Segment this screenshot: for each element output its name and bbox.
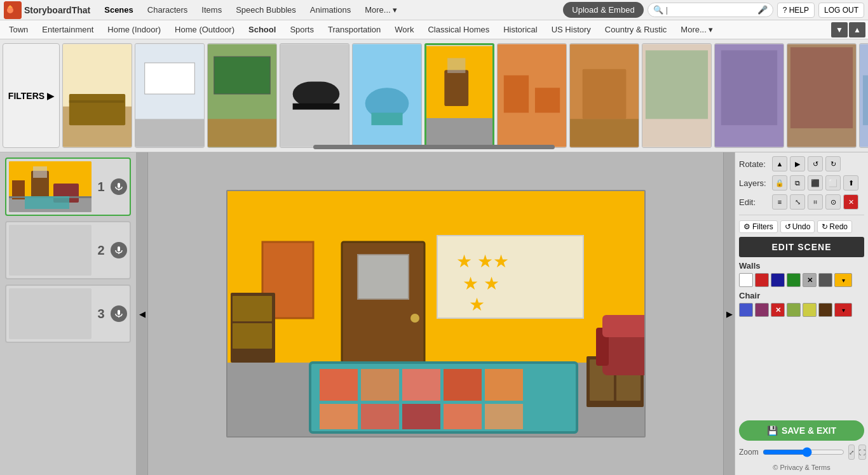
chair-color-dropdown[interactable]: ▾ <box>834 303 852 317</box>
svg-rect-25 <box>535 88 560 112</box>
scene-item-2[interactable]: 2 <box>5 221 131 279</box>
scene-thumb-6[interactable] <box>424 43 494 148</box>
svg-rect-34 <box>790 47 853 128</box>
zoom-fit-icon[interactable]: ⤢ <box>848 445 855 460</box>
walls-color-section: Walls ✕ ▾ <box>739 261 864 287</box>
filters-button[interactable]: FILTERS ▶ <box>3 43 60 148</box>
wall-color-dropdown[interactable]: ▾ <box>834 273 852 287</box>
nav-tab-animations[interactable]: Animations <box>304 3 357 17</box>
mic-icon[interactable]: 🎤 <box>757 5 768 15</box>
svg-rect-27 <box>583 69 627 119</box>
edit-text-btn[interactable]: ≡ <box>772 194 787 210</box>
svg-rect-36 <box>863 76 868 126</box>
cat-classical[interactable]: Classical Homes <box>421 22 496 37</box>
chair-color-blue[interactable] <box>739 303 753 317</box>
rotate-flip-h-btn[interactable]: ▶ <box>790 156 805 171</box>
svg-rect-44 <box>25 196 69 209</box>
wall-color-red[interactable] <box>755 273 769 287</box>
nav-tab-characters[interactable]: Characters <box>141 3 194 17</box>
edit-color-btn[interactable]: ⊙ <box>825 194 841 210</box>
layer-copy-btn[interactable]: ⧉ <box>790 175 805 191</box>
rotate-flip-v-btn[interactable]: ▲ <box>772 156 787 171</box>
edit-delete-btn[interactable]: ✕ <box>843 194 858 210</box>
chair-color-purple[interactable] <box>755 303 769 317</box>
redo-button[interactable]: ↻ Redo <box>817 220 852 233</box>
scene-thumb-3[interactable] <box>207 43 277 148</box>
filters-mini-label: Filters <box>752 222 773 231</box>
scene-thumb-5[interactable] <box>352 43 422 148</box>
scene-thumb-9[interactable] <box>642 43 712 148</box>
nav-tab-speech[interactable]: Speech Bubbles <box>229 3 302 17</box>
layer-front-btn[interactable]: ⬛ <box>808 175 823 191</box>
zoom-fullscreen-icon[interactable]: ⛶ <box>858 445 866 460</box>
help-button[interactable]: ? HELP <box>777 3 815 18</box>
save-exit-button[interactable]: 💾 SAVE & EXIT <box>739 420 864 441</box>
upload-embed-button[interactable]: Upload & Embed <box>563 2 643 18</box>
scene-thumb-8[interactable] <box>569 43 639 148</box>
layer-up-btn[interactable]: ⬆ <box>843 175 858 191</box>
cat-transportation[interactable]: Transportation <box>322 22 387 37</box>
nav-tab-scenes[interactable]: Scenes <box>98 3 140 17</box>
scene-item-3[interactable]: 3 <box>5 284 131 343</box>
mic-button-3[interactable] <box>111 305 127 322</box>
scene-thumb-12[interactable] <box>859 43 868 148</box>
mic-button-1[interactable] <box>111 178 127 195</box>
cat-us-history[interactable]: US History <box>545 22 597 37</box>
cat-sports[interactable]: Sports <box>283 22 320 37</box>
wall-color-x[interactable]: ✕ <box>803 273 817 287</box>
svg-text:★ ★: ★ ★ <box>463 274 499 293</box>
left-collapse-button[interactable]: ◀ <box>137 152 148 475</box>
wall-color-blue[interactable] <box>771 273 785 287</box>
nav-tab-more[interactable]: More... ▾ <box>358 3 403 17</box>
chair-color-brown[interactable] <box>818 303 832 317</box>
nav-tab-items[interactable]: Items <box>195 3 228 17</box>
cat-home-indoor[interactable]: Home (Indoor) <box>101 22 167 37</box>
cat-more[interactable]: More... ▾ <box>674 22 719 37</box>
scene-thumb-11[interactable] <box>787 43 857 148</box>
scene-thumb-4[interactable] <box>280 43 349 148</box>
cat-town[interactable]: Town <box>3 22 34 37</box>
cat-historical[interactable]: Historical <box>497 22 543 37</box>
svg-rect-15 <box>293 104 340 110</box>
mic-button-2[interactable] <box>111 242 127 258</box>
scene-thumb-1[interactable] <box>62 43 132 148</box>
chair-color-yellow[interactable] <box>803 303 817 317</box>
edit-resize-btn[interactable]: ⤡ <box>790 194 805 210</box>
cat-school[interactable]: School <box>242 22 282 37</box>
wall-color-green[interactable] <box>787 273 801 287</box>
rotate-cw-btn[interactable]: ↻ <box>825 156 841 171</box>
scene-thumb-7[interactable] <box>497 43 567 148</box>
filters-label: FILTERS <box>8 91 44 101</box>
scene-thumb-2[interactable] <box>135 43 205 148</box>
layer-back-btn[interactable]: ⬜ <box>825 175 841 191</box>
right-collapse-button[interactable]: ▶ <box>723 152 735 475</box>
edit-crop-btn[interactable]: ⌗ <box>808 194 823 210</box>
svg-point-56 <box>410 314 419 323</box>
chair-color-red-x[interactable]: ✕ <box>771 303 785 317</box>
rotate-ccw-btn[interactable]: ↺ <box>808 156 823 171</box>
search-box: 🔍 🎤 <box>648 3 773 17</box>
wall-color-white[interactable] <box>739 273 753 287</box>
edit-scene-button[interactable]: EDIT SCENE <box>739 237 864 257</box>
zoom-slider[interactable] <box>763 447 844 457</box>
svg-rect-22 <box>447 58 465 73</box>
cat-arrow-up[interactable]: ▲ <box>849 22 865 37</box>
scroll-indicator[interactable] <box>313 145 555 149</box>
cat-work[interactable]: Work <box>388 22 420 37</box>
search-input[interactable] <box>666 5 755 15</box>
chair-color-light-green[interactable] <box>787 303 801 317</box>
cat-country-rustic[interactable]: Country & Rustic <box>599 22 674 37</box>
svg-rect-75 <box>444 369 482 401</box>
scene-item-1[interactable]: 1 <box>5 157 131 216</box>
svg-rect-30 <box>646 50 708 119</box>
undo-button[interactable]: ↺ Undo <box>780 220 815 233</box>
wall-color-dark[interactable] <box>818 273 832 287</box>
cat-home-outdoor[interactable]: Home (Outdoor) <box>168 22 241 37</box>
logout-button[interactable]: LOG OUT <box>818 3 864 18</box>
cat-entertainment[interactable]: Entertainment <box>36 22 100 37</box>
layer-lock-btn[interactable]: 🔒 <box>772 175 787 191</box>
undo-icon: ↺ <box>785 222 791 231</box>
filters-mini-button[interactable]: ⚙ Filters <box>739 220 778 233</box>
cat-arrow-down[interactable]: ▼ <box>831 22 848 37</box>
scene-thumb-10[interactable] <box>714 43 784 148</box>
